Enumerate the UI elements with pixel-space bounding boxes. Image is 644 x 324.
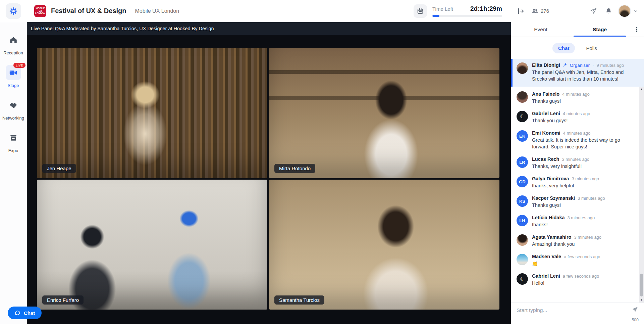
chat-message: KS Kacper Szymanski 3 minutes ago Thanks… [517,195,634,209]
message-text: thanks, very helpful [532,182,599,189]
participant-name-tag: Samantha Turcios [274,295,324,305]
message-author: Lucas Rech [532,156,559,162]
chat-composer: 500 [511,303,644,324]
message-text: The panel Q&A with Jen, Mirta, Enrico an… [532,69,639,82]
message-text: thanks! [532,221,595,228]
avatar: LR [517,156,528,168]
exit-panel-icon [517,7,525,15]
message-author: Ana Fainelo [532,91,559,97]
session-titlebar: Live Panel Q&A Moderated by Samantha Tur… [27,22,511,35]
scroll-up-arrow[interactable]: ▲ [639,88,644,91]
sidebar-item-networking[interactable]: Networking [1,97,26,121]
avatar [517,254,528,265]
message-timestamp: 3 minutes ago [572,176,599,181]
send-icon [631,306,639,313]
participant-name-tag: Jen Heape [42,164,76,173]
subtab-polls[interactable]: Polls [580,43,603,53]
scroll-down-arrow[interactable]: ▼ [639,298,644,302]
collapse-panel-button[interactable] [517,7,525,15]
tab-event[interactable]: Event [511,22,570,37]
direct-messages-button[interactable] [590,7,597,14]
message-author: Agata Yamashiro [532,234,571,240]
video-tile: Mirta Rotondo [269,48,499,178]
scrollbar-thumb[interactable] [640,274,643,296]
video-grid: Jen Heape Mirta Rotondo Enrico Furfaro S… [27,35,511,324]
message-author: Galya Dimitrova [532,176,569,181]
message-timestamp: a few seconds ago [563,274,599,279]
message-text: Thanks guys! [532,98,590,104]
event-progress-bar [432,15,502,17]
panel-menu-button[interactable]: ⋮ [629,22,644,37]
send-icon [590,7,597,14]
message-text: Thank you guys! [532,117,590,124]
message-timestamp: 3 minutes ago [578,196,605,201]
message-author: Gabriel Leni [532,273,560,279]
video-tile: Samantha Turcios [269,180,499,310]
event-logo: MOBILE UX LONDON [34,5,46,17]
time-left-widget: Time Left 2d:1h:29m [432,5,502,17]
people-icon [531,7,538,14]
panel-header: 276 [511,0,644,22]
chat-message: LH Letícia Hidaka 3 minutes ago thanks! [517,215,634,228]
main-sidebar: Reception LIVE Stage Networking Expo [0,22,27,324]
message-author: Emi Konomi [532,130,560,136]
pinned-message: Elita Dionigi Organiser · 9 minutes ago … [511,59,644,87]
message-author: Madsen Vale [532,254,561,259]
avatar: LH [517,215,528,226]
pin-icon [563,62,567,67]
avatar [517,91,528,103]
storefront-icon [9,133,18,142]
avatar: EK [517,130,528,142]
sidebar-item-reception[interactable]: Reception [1,32,26,55]
user-avatar [618,5,631,17]
subtab-chat[interactable]: Chat [552,43,575,53]
chat-input[interactable] [517,307,624,313]
top-header: MOBILE UX LONDON Festival of UX & Design… [0,0,511,22]
message-timestamp: 4 minutes ago [563,111,590,116]
avatar: ☾ [517,111,528,122]
event-app: MOBILE UX LONDON Festival of UX & Design… [0,0,644,324]
participant-name-tag: Mirta Rotondo [274,164,315,173]
message-author: Gabriel Leni [532,111,560,116]
side-panel: Event Stage ⋮ Chat Polls Elita Dionigi O… [511,22,644,324]
message-timestamp: 3 minutes ago [568,215,595,220]
message-timestamp: a few seconds ago [564,254,600,259]
hopin-logo[interactable] [6,3,21,19]
avatar: ☾ [517,273,528,285]
chevron-down-icon [634,9,638,13]
schedule-button[interactable] [414,4,427,18]
handshake-icon [9,101,18,110]
participant-name-tag: Enrico Furfaro [42,295,84,305]
video-camera-icon [9,68,18,77]
chat-message: Ana Fainelo 4 minutes ago Thanks guys! [517,91,634,104]
bell-icon [605,7,612,14]
chat-bubble-icon [14,310,21,316]
message-author: Kacper Szymanski [532,195,575,201]
notifications-button[interactable] [605,7,612,14]
sidebar-item-expo[interactable]: Expo [1,130,26,153]
message-author: Letícia Hidaka [532,215,565,220]
separator: · [592,63,594,68]
event-title: Festival of UX & Design [51,7,126,15]
chat-message: Agata Yamashiro 3 minutes ago Amazing! t… [517,234,634,247]
message-timestamp: 9 minutes ago [597,63,624,68]
char-limit: 500 [632,318,639,322]
sidebar-item-stage[interactable]: LIVE Stage [1,65,26,88]
live-badge: LIVE [13,62,26,68]
profile-menu-button[interactable] [618,5,638,17]
chat-scrollbar[interactable]: ▲ ▼ [639,87,644,303]
message-text: Thanks guys! [532,202,605,209]
stage-area: Live Panel Q&A Moderated by Samantha Tur… [27,22,511,324]
tab-stage[interactable]: Stage [570,22,629,37]
attendees-button[interactable]: 276 [531,7,549,14]
message-text: Hello! [532,280,599,286]
chat-message: ☾ Gabriel Leni 4 minutes ago Thank you g… [517,111,634,124]
organiser-badge: Organiser [570,63,590,68]
time-left-label: Time Left [432,6,453,12]
send-message-button[interactable] [631,306,639,314]
chat-message: GD Galya Dimitrova 3 minutes ago thanks,… [517,176,634,189]
chat-fab-button[interactable]: Chat [8,307,42,319]
message-author: Elita Dionigi [532,62,560,68]
message-text: 👏 [532,260,600,267]
avatar [517,234,528,246]
